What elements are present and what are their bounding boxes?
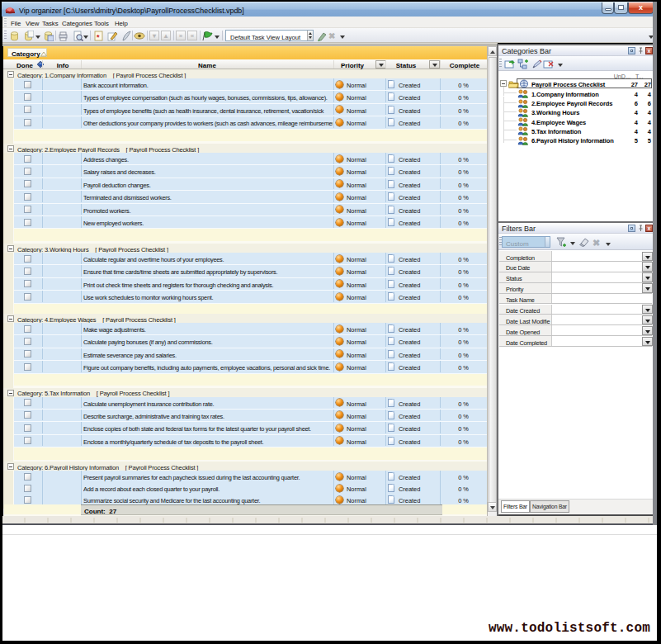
svg-text:*: * — [97, 33, 100, 41]
